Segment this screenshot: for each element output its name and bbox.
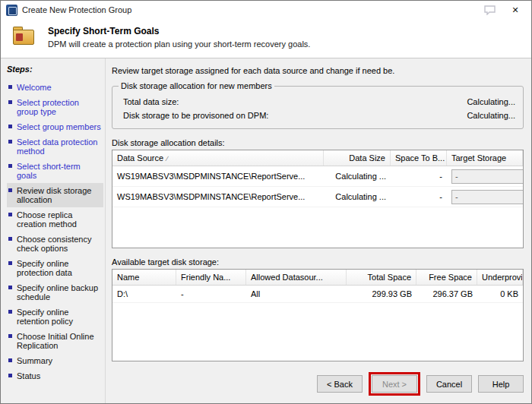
table-row[interactable]: D:\ - All 299.93 GB 296.37 GB 0 KB [112, 286, 523, 303]
step-bullet-icon [8, 334, 12, 338]
help-button[interactable]: Help [478, 375, 524, 393]
total-data-size-value: Calculating... [467, 97, 515, 106]
step-bullet-icon [8, 140, 12, 144]
data-source-cell: WS19MABSV3\MSDPMINSTANCE\ReportServe... [112, 191, 324, 203]
steps-sidebar: Steps: Welcome Select protection group t… [1, 58, 106, 403]
step-bullet-icon [8, 100, 12, 104]
storage-table-header: Name Friendly Na... Allowed Datasour... … [112, 270, 523, 286]
sidebar-item-online-backup-schedule: Specify online backup schedule [7, 280, 103, 305]
step-bullet-icon [8, 374, 12, 377]
sidebar-item-group-members[interactable]: Select group members [7, 119, 103, 134]
back-button[interactable]: < Back [317, 375, 363, 393]
create-protection-group-dialog: Create New Protection Group ✕ Specify Sh… [0, 0, 532, 404]
target-storage-dropdown[interactable]: - ▾ [451, 169, 523, 184]
header-text: Specify Short-Term Goals DPM will create… [48, 24, 310, 49]
intro-text: Review target storage assigned for each … [112, 66, 524, 75]
column-header-target-storage[interactable]: Target Storage [447, 150, 523, 166]
column-header-name[interactable]: Name [112, 270, 176, 285]
sidebar-item-data-protection-method[interactable]: Select data protection method [7, 134, 103, 159]
table-row[interactable]: WS19MABSV3\MSDPMINSTANCE\ReportServe... … [112, 187, 523, 207]
titlebar: Create New Protection Group ✕ [1, 1, 531, 19]
volume-name-cell: D:\ [112, 288, 176, 300]
column-header-friendly-name[interactable]: Friendly Na... [176, 270, 246, 285]
available-storage-table: Name Friendly Na... Allowed Datasour... … [112, 269, 524, 361]
column-header-data-size[interactable]: Data Size [324, 150, 391, 166]
close-button[interactable]: ✕ [502, 1, 528, 19]
space-cell: - [391, 170, 447, 182]
content: Steps: Welcome Select protection group t… [1, 58, 531, 403]
sidebar-item-replica-creation-method: Choose replica creation method [7, 207, 103, 232]
sidebar-item-summary: Summary [7, 353, 103, 368]
column-header-underprovisioned[interactable]: Underprovi... [477, 270, 523, 285]
column-header-total-space[interactable]: Total Space [347, 270, 416, 285]
provisioned-storage-row: Disk storage to be provisoned on DPM: Ca… [119, 109, 517, 122]
steps-title: Steps: [7, 65, 103, 74]
step-bullet-icon [8, 237, 12, 241]
sidebar-item-status: Status [7, 368, 103, 383]
underprovisioned-cell: 0 KB [477, 288, 523, 300]
step-bullet-icon [8, 286, 12, 289]
footer-buttons: < Back Next > Cancel Help [112, 368, 524, 397]
step-bullet-icon [8, 213, 12, 216]
close-icon: ✕ [511, 5, 518, 15]
sidebar-item-welcome[interactable]: Welcome [7, 80, 103, 95]
step-bullet-icon [8, 310, 12, 314]
step-bullet-icon [8, 358, 12, 362]
cancel-button[interactable]: Cancel [426, 375, 472, 393]
space-cell: - [391, 191, 447, 203]
disk-allocation-details-table: Data Source∕ Data Size Space To B... Tar… [112, 150, 524, 248]
allowed-datasources-cell: All [246, 288, 347, 300]
next-button[interactable]: Next > [372, 375, 417, 393]
window-title: Create New Protection Group [22, 5, 477, 14]
total-data-size-label: Total data size: [123, 97, 179, 106]
red-annotation-box: Next > [369, 372, 420, 396]
total-space-cell: 299.93 GB [347, 288, 416, 300]
target-storage-dropdown[interactable]: - ▾ [451, 190, 523, 204]
details-table-header: Data Source∕ Data Size Space To B... Tar… [112, 150, 523, 166]
dpm-app-icon [6, 5, 17, 16]
table-row[interactable]: WS19MABSV3\MSDPMINSTANCE\ReportServe... … [112, 166, 523, 187]
target-storage-cell: - ▾ [447, 188, 523, 206]
feedback-icon[interactable] [477, 1, 502, 19]
column-header-free-space[interactable]: Free Space [416, 270, 477, 285]
step-bullet-icon [8, 85, 12, 89]
sidebar-item-initial-online-replication: Choose Initial Online Replication [7, 329, 103, 353]
data-source-cell: WS19MABSV3\MSDPMINSTANCE\ReportServe... [112, 170, 324, 182]
groupbox-legend: Disk storage allocation for new members [119, 81, 274, 90]
sidebar-item-online-retention-policy: Specify online retention policy [7, 305, 103, 329]
sidebar-item-protection-group-type[interactable]: Select protection group type [7, 95, 103, 119]
column-header-space-to-be[interactable]: Space To B... [391, 150, 447, 166]
friendly-name-cell: - [176, 288, 246, 300]
target-storage-cell: - ▾ [447, 168, 523, 185]
step-bullet-icon [8, 188, 12, 192]
main-panel: Review target storage assigned for each … [106, 58, 531, 403]
data-size-cell: Calculating ... [324, 191, 391, 203]
sidebar-item-online-protection-data: Specify online protection data [7, 256, 103, 280]
protection-group-folder-icon [13, 27, 36, 46]
sidebar-item-consistency-check-options: Choose consistency check options [7, 232, 103, 256]
column-header-allowed-datasources[interactable]: Allowed Datasour... [246, 270, 347, 285]
step-bullet-icon [8, 261, 12, 265]
column-header-data-source[interactable]: Data Source∕ [112, 150, 324, 166]
provisioned-storage-label: Disk storage to be provisoned on DPM: [123, 111, 268, 120]
free-space-cell: 296.37 GB [416, 288, 477, 300]
sidebar-item-review-disk-storage: Review disk storage allocation [7, 183, 103, 207]
sidebar-item-short-term-goals[interactable]: Select short-term goals [7, 159, 103, 183]
step-bullet-icon [8, 164, 12, 168]
sort-icon: ∕ [166, 155, 168, 163]
data-size-cell: Calculating ... [324, 170, 391, 182]
disk-allocation-groupbox: Disk storage allocation for new members … [112, 81, 524, 129]
details-section-label: Disk storage allocation details: [112, 138, 524, 147]
step-bullet-icon [8, 125, 12, 128]
page-subtitle: DPM will create a protection plan using … [48, 39, 310, 49]
total-data-size-row: Total data size: Calculating... [119, 95, 517, 109]
provisioned-storage-value: Calculating... [467, 111, 515, 120]
page-title: Specify Short-Term Goals [48, 26, 310, 36]
wizard-header: Specify Short-Term Goals DPM will create… [1, 19, 531, 58]
storage-section-label: Available target disk storage: [112, 257, 524, 267]
